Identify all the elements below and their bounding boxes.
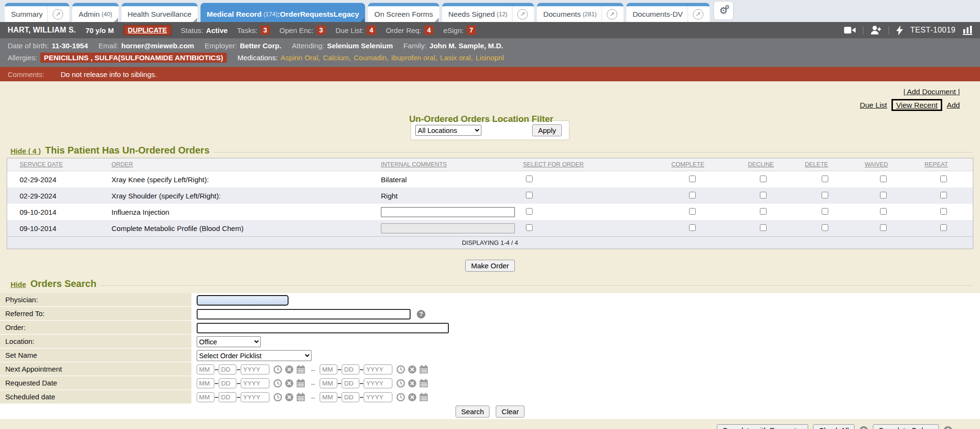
calendar-icon[interactable]: [296, 393, 305, 402]
tab-documents-dv[interactable]: Documents-DV ↗: [626, 3, 710, 22]
repeat-checkbox[interactable]: [940, 208, 947, 215]
tab-popout-section[interactable]: ↗: [47, 6, 63, 22]
col-decline[interactable]: DECLINE: [739, 161, 799, 168]
time-icon[interactable]: [396, 365, 405, 374]
medication-link[interactable]: ibuprofen oral,: [391, 54, 437, 62]
tab-summary[interactable]: Summary ↗: [5, 3, 69, 22]
medication-link[interactable]: Lisinopril: [476, 54, 504, 62]
view-recent-link[interactable]: View Recent: [896, 101, 938, 109]
col-service-date[interactable]: SERVICE DATE: [7, 161, 98, 168]
delete-checkbox[interactable]: [822, 192, 828, 198]
video-visit-icon[interactable]: [844, 26, 856, 34]
time-icon[interactable]: [273, 393, 282, 402]
counter-badge[interactable]: 7: [467, 25, 476, 35]
col-order[interactable]: ORDER: [98, 161, 371, 168]
month-input[interactable]: [320, 378, 337, 388]
day-input[interactable]: [342, 364, 359, 374]
day-input[interactable]: [219, 364, 236, 374]
select-for-order-checkbox[interactable]: [526, 176, 533, 182]
tab-medical-record[interactable]: Medical Record (174) :OrderRequestsLegac…: [200, 3, 365, 22]
apply-button[interactable]: Apply: [532, 124, 562, 136]
clear-date-icon[interactable]: [408, 393, 417, 402]
tab-admin[interactable]: Admin (40): [72, 3, 118, 22]
year-input[interactable]: [241, 364, 269, 374]
repeat-checkbox[interactable]: [940, 192, 947, 198]
clear-date-icon[interactable]: [285, 393, 294, 402]
col-complete[interactable]: COMPLETE: [663, 161, 739, 168]
counter-badge[interactable]: 4: [424, 25, 434, 35]
counter-badge[interactable]: 4: [367, 25, 376, 35]
calendar-icon[interactable]: [296, 379, 305, 388]
year-input[interactable]: [364, 378, 392, 388]
month-input[interactable]: [197, 392, 214, 402]
decline-checkbox[interactable]: [760, 208, 767, 215]
repeat-checkbox[interactable]: [940, 176, 947, 182]
col-waived[interactable]: WAIVED: [859, 161, 919, 168]
medication-link[interactable]: Calcium,: [323, 54, 351, 62]
order-input[interactable]: [197, 323, 449, 333]
year-input[interactable]: [364, 392, 392, 402]
set-name-select[interactable]: Select Order Picklist: [197, 350, 312, 361]
month-input[interactable]: [320, 392, 337, 402]
select-for-order-checkbox[interactable]: [526, 208, 533, 215]
day-input[interactable]: [342, 392, 359, 402]
medication-link[interactable]: Lasix oral,: [440, 54, 473, 62]
col-repeat[interactable]: REPEAT: [919, 161, 973, 168]
tab-popout-section[interactable]: ↗: [601, 6, 617, 22]
waived-checkbox[interactable]: [880, 208, 887, 215]
tab-health-surveillance[interactable]: Health Surveillance: [122, 3, 198, 22]
calendar-icon[interactable]: [296, 365, 305, 374]
tab-documents[interactable]: Documents (281) ↗: [537, 3, 624, 22]
complete-checkbox[interactable]: [689, 224, 696, 231]
delete-checkbox[interactable]: [822, 176, 828, 182]
time-icon[interactable]: [396, 393, 405, 402]
day-input[interactable]: [219, 378, 236, 388]
internal-comment-input[interactable]: [381, 223, 515, 233]
add-link[interactable]: Add: [947, 101, 960, 109]
physician-input[interactable]: [197, 295, 289, 306]
check-all-button[interactable]: Check All: [813, 424, 855, 429]
repeat-checkbox[interactable]: [940, 224, 947, 231]
tab-popout-section[interactable]: ↗: [688, 6, 703, 22]
col-internal-comments[interactable]: INTERNAL COMMENTS: [371, 161, 514, 168]
calendar-icon[interactable]: [419, 379, 428, 388]
month-input[interactable]: [197, 378, 214, 388]
select-for-order-checkbox[interactable]: [526, 224, 533, 231]
complete-orders-button[interactable]: Complete Orders: [873, 424, 939, 429]
time-icon[interactable]: [273, 379, 282, 388]
waived-checkbox[interactable]: [880, 176, 887, 182]
lightning-icon[interactable]: [896, 25, 903, 35]
search-button[interactable]: Search: [456, 406, 490, 418]
decline-checkbox[interactable]: [760, 176, 767, 182]
decline-checkbox[interactable]: [760, 192, 767, 198]
clear-date-icon[interactable]: [408, 379, 417, 388]
tab-settings-button[interactable]: ⚙ ⚙: [713, 1, 734, 20]
duplicate-flag[interactable]: DUPLICATE: [123, 25, 171, 35]
counter-badge[interactable]: 3: [316, 25, 326, 35]
referred-to-help-icon[interactable]: ?: [417, 310, 425, 319]
clear-date-icon[interactable]: [285, 379, 294, 388]
allergies-value[interactable]: PENICILLINS , SULFA(SULFONAMIDE ANTIBIOT…: [40, 53, 227, 63]
complete-checkbox[interactable]: [689, 208, 696, 215]
medication-link[interactable]: Coumadin,: [354, 54, 389, 62]
hide-orders-search-link[interactable]: Hide: [11, 280, 26, 288]
month-input[interactable]: [197, 364, 214, 374]
location-filter-select[interactable]: All Locations: [415, 125, 481, 136]
check-all-help-icon[interactable]: ?: [859, 426, 868, 429]
clear-date-icon[interactable]: [285, 365, 294, 374]
add-person-icon[interactable]: [870, 25, 881, 35]
calendar-icon[interactable]: [419, 365, 428, 374]
clear-date-icon[interactable]: [408, 365, 417, 374]
counter-badge[interactable]: 3: [260, 25, 270, 35]
year-input[interactable]: [241, 378, 269, 388]
tab-on-screen-forms[interactable]: On Screen Forms: [368, 3, 439, 22]
time-icon[interactable]: [396, 379, 405, 388]
month-input[interactable]: [320, 364, 337, 374]
decline-checkbox[interactable]: [760, 224, 767, 231]
year-input[interactable]: [364, 364, 392, 374]
day-input[interactable]: [219, 392, 236, 402]
complete-checkbox[interactable]: [689, 192, 696, 198]
tab-popout-section[interactable]: ↗: [512, 6, 528, 22]
col-select-for-order[interactable]: SELECT FOR ORDER: [514, 161, 663, 168]
year-input[interactable]: [241, 392, 269, 402]
